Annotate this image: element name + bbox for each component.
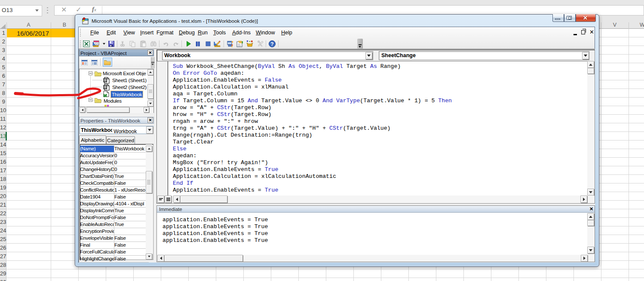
svg-text:?: ?: [270, 41, 273, 47]
